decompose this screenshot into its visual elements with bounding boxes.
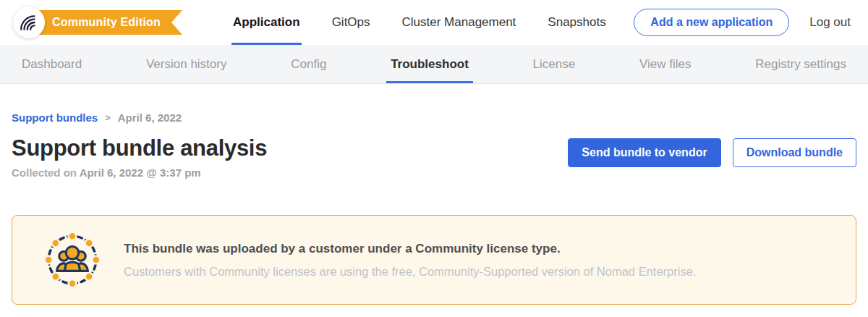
community-license-banner: This bundle was uploaded by a customer u… — [12, 215, 856, 305]
title-row: Support bundle analysis Collected on Apr… — [12, 135, 856, 179]
top-nav: Community Edition Application GitOps Clu… — [0, 0, 868, 45]
collected-timestamp: Collected on April 6, 2022 @ 3:37 pm — [12, 166, 267, 179]
brand: Community Edition — [13, 7, 182, 38]
subnav-item-config[interactable]: Config — [286, 45, 331, 83]
page-title: Support bundle analysis — [12, 135, 267, 161]
top-nav-right: Add a new application Log out — [634, 9, 851, 36]
tab-gitops[interactable]: GitOps — [331, 0, 372, 45]
title-block: Support bundle analysis Collected on Apr… — [12, 135, 267, 179]
tab-application[interactable]: Application — [231, 0, 302, 45]
subnav-item-version-history[interactable]: Version history — [142, 45, 231, 83]
breadcrumb: Support bundles > April 6, 2022 — [12, 111, 856, 124]
sub-nav: Dashboard Version history Config Trouble… — [0, 45, 868, 84]
subnav-item-license[interactable]: License — [529, 45, 580, 83]
banner-subtitle: Customers with Community licenses are us… — [124, 265, 696, 279]
add-new-application-button[interactable]: Add a new application — [634, 9, 789, 36]
community-people-icon — [43, 230, 102, 289]
community-edition-badge: Community Edition — [27, 10, 182, 35]
subnav-item-view-files[interactable]: View files — [635, 45, 696, 83]
send-bundle-to-vendor-button[interactable]: Send bundle to vendor — [568, 138, 720, 167]
breadcrumb-current: April 6, 2022 — [118, 111, 182, 124]
subnav-item-troubleshoot[interactable]: Troubleshoot — [386, 45, 473, 83]
subnav-item-registry-settings[interactable]: Registry settings — [751, 45, 851, 83]
collected-prefix: Collected on — [12, 166, 80, 179]
banner-title: This bundle was uploaded by a customer u… — [124, 242, 696, 256]
banner-text: This bundle was uploaded by a customer u… — [124, 242, 696, 279]
download-bundle-button[interactable]: Download bundle — [733, 138, 856, 167]
main-content: Support bundles > April 6, 2022 Support … — [0, 111, 868, 179]
collected-date: April 6, 2022 @ 3:37 pm — [80, 166, 201, 179]
breadcrumb-separator: > — [105, 112, 111, 123]
top-nav-tabs: Application GitOps Cluster Management Sn… — [217, 0, 622, 45]
subnav-item-dashboard[interactable]: Dashboard — [17, 45, 86, 83]
tab-snapshots[interactable]: Snapshots — [546, 0, 607, 45]
tab-cluster-management[interactable]: Cluster Management — [401, 0, 518, 45]
replicated-logo-icon[interactable] — [13, 7, 45, 38]
title-actions: Send bundle to vendor Download bundle — [568, 138, 856, 167]
breadcrumb-support-bundles-link[interactable]: Support bundles — [12, 111, 98, 124]
log-out-link[interactable]: Log out — [809, 15, 851, 30]
